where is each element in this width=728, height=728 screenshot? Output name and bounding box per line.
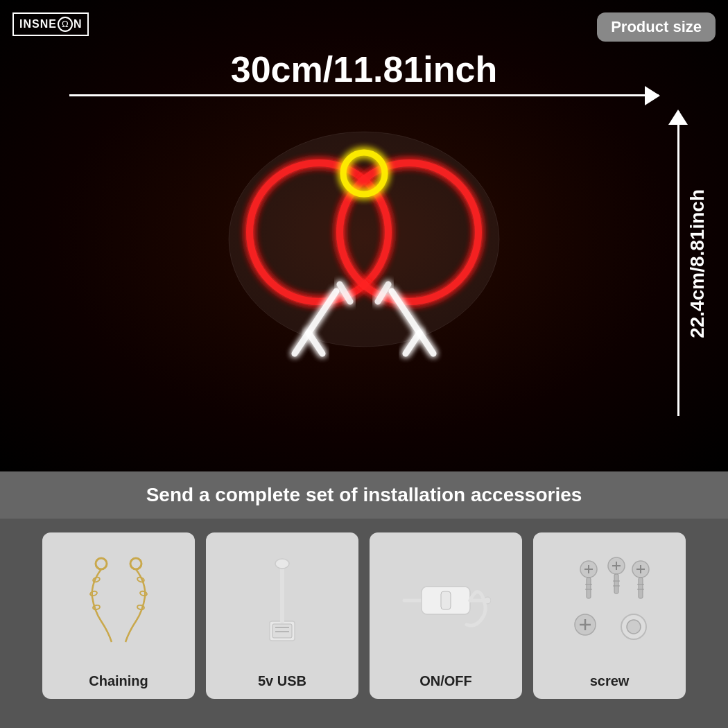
vertical-dimension: 22.4cm/8.81inch	[677, 111, 709, 416]
svg-point-8	[96, 558, 107, 569]
vertical-arrow-line	[677, 111, 679, 416]
logo-text-before: INSNE	[19, 18, 57, 31]
logo-text-after: N	[73, 18, 83, 31]
accessory-card-screw: screw	[533, 532, 686, 699]
svg-point-9	[130, 558, 141, 569]
vertical-arrow-container	[677, 111, 679, 416]
neon-sign-area	[191, 97, 537, 388]
bottom-section: Send a complete set of installation acce…	[0, 471, 728, 728]
svg-rect-23	[441, 591, 451, 609]
svg-point-11	[89, 590, 97, 596]
switch-illustration	[401, 562, 491, 639]
svg-point-48	[627, 620, 641, 634]
neon-ping-pong-sign	[218, 118, 510, 367]
usb-illustration	[248, 555, 317, 645]
screw-illustration	[564, 552, 655, 649]
svg-point-14	[139, 590, 147, 596]
logo-icon: Ω	[58, 17, 73, 32]
accessories-header: Send a complete set of installation acce…	[0, 471, 728, 519]
accessory-card-onoff: ON/OFF	[370, 532, 522, 699]
horizontal-dimension-label: 30cm/11.81inch	[231, 49, 497, 90]
svg-rect-17	[272, 624, 292, 638]
screw-label: screw	[590, 673, 630, 689]
svg-rect-41	[639, 578, 643, 598]
horizontal-dimension: 30cm/11.81inch	[69, 49, 659, 96]
product-size-badge: Product size	[597, 12, 716, 42]
svg-point-0	[229, 132, 499, 347]
accessories-header-text: Send a complete set of installation acce…	[146, 484, 582, 505]
usb-label: 5v USB	[258, 673, 306, 689]
chain-illustration	[77, 555, 160, 645]
screw-image	[533, 532, 686, 668]
svg-rect-29	[587, 578, 591, 598]
svg-point-13	[137, 576, 144, 582]
size-badge-label: Product size	[611, 18, 702, 35]
vertical-dimension-label: 22.4cm/8.81inch	[686, 189, 709, 338]
onoff-image	[370, 532, 522, 668]
svg-rect-35	[614, 574, 618, 593]
svg-point-10	[92, 576, 100, 582]
svg-point-20	[275, 559, 289, 569]
accessory-card-usb: 5v USB	[206, 532, 358, 699]
chaining-label: Chaining	[89, 673, 148, 689]
accessory-card-chaining: Chaining	[42, 532, 195, 699]
brand-logo: INSNE Ω N	[12, 12, 89, 36]
accessories-grid: Chaining 5v USB	[0, 519, 728, 713]
onoff-label: ON/OFF	[419, 673, 472, 689]
usb-image	[206, 532, 358, 668]
horizontal-arrow	[69, 94, 659, 96]
top-section: INSNE Ω N Product size 30cm/11.81inch 22…	[0, 0, 728, 471]
chaining-image	[42, 532, 195, 668]
